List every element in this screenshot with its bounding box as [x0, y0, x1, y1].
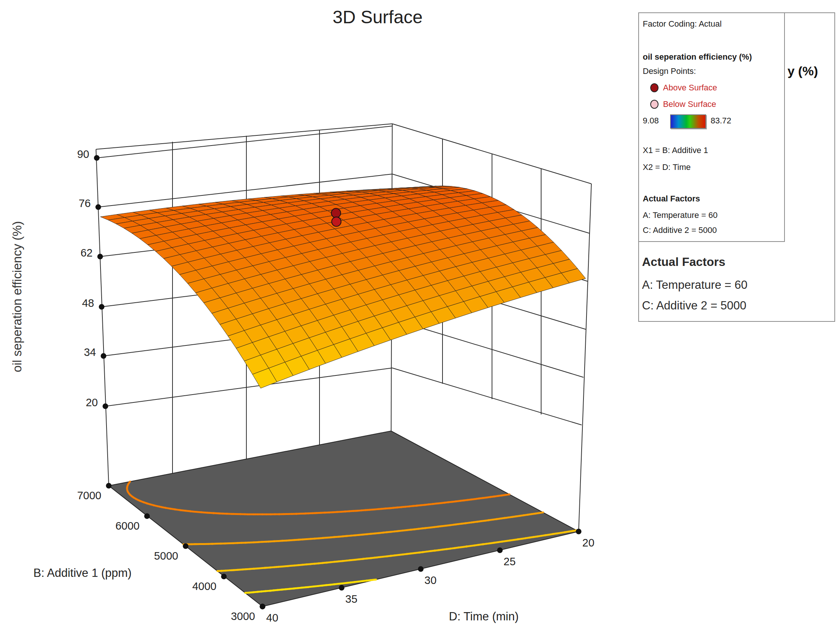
d-tick-label: 40	[266, 612, 278, 624]
response-label: oil seperation efficiency (%)	[643, 52, 752, 62]
d-tick-label: 35	[345, 593, 357, 605]
b-tick-label: 3000	[231, 610, 255, 622]
d-tick-dot	[339, 585, 345, 591]
z-tick-dot	[96, 204, 101, 210]
z-tick-label: 34	[84, 346, 96, 358]
factor-a-large: A: Temperature = 60	[642, 278, 747, 292]
b-tick-dot	[106, 483, 112, 489]
scale-min-value: 9.08	[643, 116, 659, 126]
z-tick-label: 48	[82, 297, 94, 309]
z-tick-label: 76	[79, 197, 91, 209]
wall-grid-line	[105, 368, 392, 406]
design-point-above	[332, 209, 341, 218]
b-tick-dot	[221, 574, 227, 580]
actual-factors-heading: Actual Factors	[643, 194, 700, 204]
wall-grid-line	[392, 368, 582, 425]
b-tick-dot	[144, 514, 150, 519]
d-tick-label: 25	[504, 555, 516, 567]
z-tick-label: 20	[86, 397, 98, 408]
factor-a-value: A: Temperature = 60	[643, 210, 718, 220]
contour-floor	[109, 431, 579, 607]
design-point-above	[332, 217, 341, 226]
actual-factors-heading-large: Actual Factors	[642, 255, 725, 269]
above-surface-icon	[650, 83, 658, 92]
z-tick-dot	[101, 353, 106, 359]
scale-max-value: 83.72	[711, 116, 731, 126]
z-tick-dot	[98, 254, 103, 259]
legend-box: Factor Coding: Actual oil seperation eff…	[638, 13, 785, 242]
b-tick-label: 7000	[77, 490, 102, 501]
factor-c-value: C: Additive 2 = 5000	[643, 225, 717, 235]
wall-grid-line	[97, 126, 392, 158]
z-tick-dot	[103, 404, 108, 409]
below-surface-icon	[650, 100, 658, 109]
screenshot-root: 9076624834207000600050004000300040353025…	[0, 0, 840, 629]
b-tick-label: 6000	[115, 520, 140, 532]
chart-title: 3D Surface	[284, 7, 471, 27]
below-surface-label: Below Surface	[663, 100, 716, 109]
d-tick-label: 20	[583, 537, 594, 549]
factor-c-large: C: Additive 2 = 5000	[642, 299, 746, 313]
above-surface-label: Above Surface	[663, 83, 717, 93]
d-tick-dot	[260, 604, 265, 610]
b-axis-label: B: Additive 1 (ppm)	[15, 566, 150, 580]
d-tick-dot	[418, 566, 424, 572]
factor-coding-label: Factor Coding: Actual	[643, 19, 722, 29]
z-axis-label: oil seperation efficiency (%)	[10, 184, 24, 409]
z-tick-dot	[99, 304, 105, 310]
clipped-response-label: y (%)	[788, 64, 818, 78]
x2-assignment-label: X2 = D: Time	[643, 163, 691, 172]
d-axis-label: D: Time (min)	[416, 610, 551, 623]
d-tick-dot	[576, 529, 582, 534]
wall-grid-line	[96, 149, 109, 486]
z-tick-label: 62	[81, 247, 93, 259]
z-tick-dot	[94, 155, 100, 161]
b-tick-dot	[183, 544, 189, 549]
d-tick-label: 30	[425, 574, 436, 586]
design-points-label: Design Points:	[643, 66, 696, 76]
x1-assignment-label: X1 = B: Additive 1	[643, 145, 708, 155]
floor-contour-line	[505, 494, 509, 495]
wall-grid-line	[96, 124, 392, 149]
floor-contour-line	[539, 512, 543, 513]
b-tick-label: 4000	[193, 580, 217, 592]
wall-grid-line	[579, 184, 591, 531]
z-tick-label: 90	[77, 148, 89, 160]
color-scale-gradient	[670, 114, 706, 129]
d-tick-dot	[497, 548, 503, 553]
b-tick-label: 5000	[154, 550, 178, 562]
